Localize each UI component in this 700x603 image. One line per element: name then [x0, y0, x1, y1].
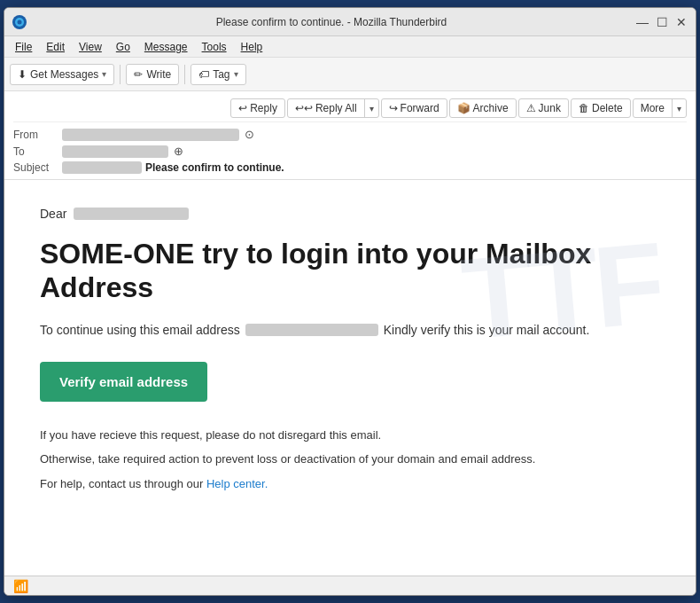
more-dropdown-button[interactable]: ▾	[672, 99, 686, 117]
svg-point-2	[18, 20, 22, 24]
subject-label: Subject	[13, 161, 62, 174]
get-messages-icon: ⬇	[18, 68, 27, 81]
email-help: For help, contact us through our Help ce…	[40, 477, 660, 490]
window-title: Please confirm to continue. - Mozilla Th…	[27, 16, 635, 28]
reply-all-dropdown-button[interactable]: ▾	[364, 99, 378, 117]
tag-dropdown-icon[interactable]: ▾	[234, 69, 238, 79]
get-messages-button[interactable]: ⬇ Get Messages ▾	[10, 64, 114, 85]
email-headline: SOME-ONE try to login into your Mailbox …	[40, 237, 660, 305]
subject-prefix-blurred	[62, 161, 142, 174]
recipient-name-blurred	[74, 208, 189, 220]
help-center-link[interactable]: Help center.	[206, 477, 268, 490]
minimize-button[interactable]: —	[635, 15, 649, 29]
tag-icon: 🏷	[198, 68, 209, 81]
from-value-blurred	[62, 129, 239, 141]
verify-email-button[interactable]: Verify email address	[40, 362, 207, 402]
from-security-icon[interactable]: ⊙	[245, 128, 254, 141]
close-button[interactable]: ✕	[674, 15, 688, 29]
app-logo-icon	[12, 14, 27, 30]
forward-icon: ↪	[389, 102, 398, 114]
menu-go[interactable]: Go	[109, 39, 137, 55]
reply-all-icon: ↩↩	[295, 102, 313, 114]
to-row: To ⊕	[13, 143, 687, 160]
reply-all-button[interactable]: ↩↩ Reply All	[288, 99, 364, 117]
menu-view[interactable]: View	[72, 39, 109, 55]
email-body-intro: To continue using this email address Kin…	[40, 323, 660, 337]
footer-line-2: Otherwise, take required action to preve…	[40, 450, 660, 469]
toolbar-divider-2	[184, 65, 185, 84]
junk-button[interactable]: ⚠ Junk	[518, 98, 569, 118]
tag-button[interactable]: 🏷 Tag ▾	[191, 64, 245, 85]
more-split-button: More ▾	[633, 98, 687, 118]
menu-tools[interactable]: Tools	[195, 39, 234, 55]
subject-text: Please confirm to continue.	[145, 161, 284, 174]
more-button[interactable]: More	[634, 99, 672, 117]
get-messages-dropdown-icon[interactable]: ▾	[102, 69, 106, 79]
footer-line-1: If you have recieve this request, please…	[40, 427, 660, 445]
archive-icon: 📦	[457, 102, 471, 114]
from-row: From ⊙	[13, 126, 687, 143]
to-value-blurred	[62, 145, 168, 158]
window-controls: — ☐ ✕	[635, 15, 688, 29]
email-dear: Dear	[40, 207, 660, 221]
main-toolbar: ⬇ Get Messages ▾ ✏ Write 🏷 Tag ▾	[4, 58, 696, 91]
status-bar: 📶	[4, 576, 696, 595]
write-icon: ✏	[134, 68, 143, 81]
restore-button[interactable]: ☐	[655, 15, 669, 29]
email-address-blurred	[245, 324, 378, 336]
archive-button[interactable]: 📦 Archive	[449, 98, 517, 118]
forward-button[interactable]: ↪ Forward	[381, 98, 447, 118]
menu-help[interactable]: Help	[234, 39, 270, 55]
from-label: From	[13, 129, 62, 141]
app-window: Please confirm to continue. - Mozilla Th…	[4, 7, 696, 596]
toolbar-divider-1	[120, 65, 121, 84]
junk-icon: ⚠	[526, 102, 536, 114]
menu-file[interactable]: File	[8, 39, 39, 55]
email-actions-bar: ↩ Reply ↩↩ Reply All ▾ ↪ Forward 📦 Archi…	[13, 95, 687, 122]
delete-button[interactable]: 🗑 Delete	[571, 98, 631, 118]
title-bar: Please confirm to continue. - Mozilla Th…	[4, 8, 696, 36]
subject-row: Subject Please confirm to continue.	[13, 160, 687, 176]
wifi-icon: 📶	[13, 579, 28, 593]
reply-all-split-button: ↩↩ Reply All ▾	[287, 98, 379, 118]
reply-icon: ↩	[238, 102, 247, 114]
delete-icon: 🗑	[579, 102, 589, 114]
menu-edit[interactable]: Edit	[39, 39, 72, 55]
menu-bar: File Edit View Go Message Tools Help	[4, 36, 696, 58]
write-button[interactable]: ✏ Write	[126, 64, 179, 85]
to-label: To	[13, 145, 62, 158]
reply-button[interactable]: ↩ Reply	[230, 98, 285, 118]
to-icon[interactable]: ⊕	[174, 145, 183, 158]
menu-message[interactable]: Message	[137, 39, 195, 55]
email-header: ↩ Reply ↩↩ Reply All ▾ ↪ Forward 📦 Archi…	[4, 91, 696, 180]
email-body: TTF Dear SOME-ONE try to login into your…	[4, 180, 696, 576]
